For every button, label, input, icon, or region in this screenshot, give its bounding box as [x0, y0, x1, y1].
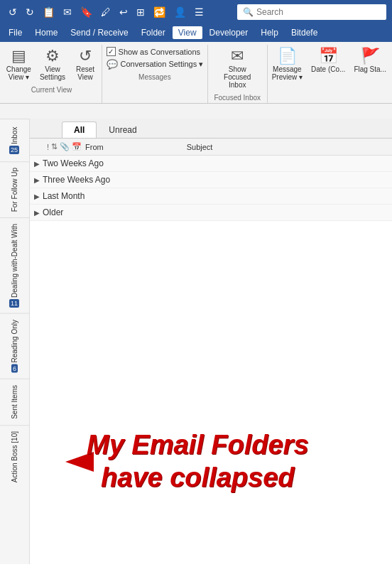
tab-all[interactable]: All	[62, 121, 97, 138]
annotation-text: My Email Folders have collapsed	[87, 430, 309, 494]
message-preview-button[interactable]: 📄 MessagePreview ▾	[269, 46, 305, 83]
ribbon-group-current-view: ▤ ChangeView ▾ ⚙ ViewSettings ↺ ResetVie…	[1, 45, 102, 103]
flag-label: Flag Sta...	[354, 65, 386, 73]
sidebar-item-sent[interactable]: Sent Items	[0, 379, 29, 425]
search-box[interactable]: 🔍	[237, 4, 386, 20]
follow-up-label: For Follow Up	[11, 168, 18, 212]
show-as-conversations-button[interactable]: ✓ Show as Conversations	[104, 46, 206, 57]
annotation-line2: have collapsed	[101, 463, 294, 492]
sidebar-item-inbox[interactable]: 25 Inbox	[0, 119, 29, 161]
older-label: Older	[43, 207, 63, 217]
date-icon: 📅	[319, 48, 338, 64]
current-view-group-label: Current View	[31, 86, 72, 95]
flag-status-button[interactable]: 🚩 Flag Sta...	[351, 46, 389, 75]
expand-three-weeks-icon[interactable]: ▶	[31, 176, 43, 184]
email-group-last-month[interactable]: ▶ Last Month	[30, 188, 392, 205]
sent-label: Sent Items	[11, 385, 18, 419]
dealing-badge: 11	[9, 299, 19, 308]
menu-bar: File Home Send / Receive Folder View Dev…	[0, 23, 392, 42]
tag-icon[interactable]: 🔖	[77, 5, 95, 19]
sync-icon[interactable]: 🔁	[151, 5, 168, 19]
refresh-icon[interactable]: ↺	[6, 5, 20, 19]
column-headers: ! ⇅ 📎 📅 From Subject	[30, 139, 392, 156]
sidebar-item-follow-up[interactable]: For Follow Up	[0, 161, 29, 217]
column-sort-icons: ! ⇅ 📎 📅	[33, 142, 82, 151]
change-view-label: ChangeView ▾	[6, 65, 31, 81]
menu-home[interactable]: Home	[29, 26, 63, 39]
conversation-settings-icon: 💬	[107, 59, 118, 70]
menu-folder[interactable]: Folder	[136, 26, 171, 39]
annotation-area: My Email Folders have collapsed	[30, 360, 392, 565]
expand-last-month-icon[interactable]: ▶	[31, 193, 43, 200]
message-preview-icon: 📄	[278, 48, 297, 64]
pen-icon[interactable]: 🖊	[98, 5, 114, 19]
attachment-icon[interactable]: 📎	[60, 142, 70, 151]
user-icon[interactable]: 👤	[171, 5, 189, 19]
email-group-three-weeks[interactable]: ▶ Three Weeks Ago	[30, 172, 392, 188]
focused-inbox-group-label: Focused Inbox	[214, 94, 261, 103]
view-settings-icon: ⚙	[45, 48, 60, 64]
sidebar-item-dealing[interactable]: 11 Dealing with-Dealt With	[0, 217, 29, 313]
menu-file[interactable]: File	[3, 26, 28, 39]
reset-view-label: ResetView	[76, 65, 94, 81]
messages-group-label: Messages	[138, 73, 171, 82]
sidebar: 25 Inbox For Follow Up 11 Dealing with-D…	[0, 119, 30, 564]
conversation-settings-button[interactable]: 💬 Conversation Settings ▾	[104, 58, 206, 70]
subject-column[interactable]: Subject	[187, 143, 389, 151]
reading-badge: 6	[11, 364, 18, 373]
show-conversations-checkbox[interactable]: ✓	[107, 47, 116, 56]
focused-inbox-label: Show FocusedInbox	[215, 65, 260, 89]
sidebar-item-action-boss[interactable]: Action Boss [10]	[0, 425, 29, 488]
reading-label: Reading Only	[11, 320, 18, 363]
content-area: All Unread ! ⇅ 📎 📅 From Subject ▶ Two We…	[30, 119, 392, 564]
ribbon-group-focused-inbox: ✉ Show FocusedInbox Focused Inbox	[208, 45, 268, 103]
reply-icon[interactable]: ↩	[116, 5, 131, 19]
title-bar-icons: ↺ ↻ 📋 ✉ 🔖 🖊 ↩ ⊞ 🔁 👤 ☰	[6, 5, 207, 19]
grid-icon[interactable]: ⊞	[134, 5, 148, 19]
reset-view-button[interactable]: ↺ ResetView	[71, 46, 99, 83]
menu-bitdefender[interactable]: Bitdefe	[285, 26, 323, 39]
dealing-label: Dealing with-Dealt With	[11, 224, 18, 298]
ribbon: ▤ ChangeView ▾ ⚙ ViewSettings ↺ ResetVie…	[0, 42, 392, 119]
action-boss-label: Action Boss [10]	[11, 431, 18, 482]
menu-send-receive[interactable]: Send / Receive	[65, 26, 134, 39]
email-list: ▶ Two Weeks Ago ▶ Three Weeks Ago ▶ Last…	[30, 156, 392, 360]
importance-icon[interactable]: !	[47, 143, 49, 151]
menu-view[interactable]: View	[173, 26, 202, 39]
last-month-label: Last Month	[43, 191, 85, 201]
show-focused-inbox-button[interactable]: ✉ Show FocusedInbox	[212, 46, 263, 91]
flag-icon: 🚩	[361, 48, 380, 64]
date-label: Date (Co...	[311, 65, 345, 73]
more-icon[interactable]: ☰	[192, 5, 207, 19]
view-settings-button[interactable]: ⚙ ViewSettings	[37, 46, 68, 83]
sort-icon[interactable]: ⇅	[51, 142, 58, 151]
focused-inbox-icon: ✉	[231, 48, 244, 64]
email-group-two-weeks[interactable]: ▶ Two Weeks Ago	[30, 156, 392, 172]
view-settings-label: ViewSettings	[40, 65, 65, 81]
reset-view-icon: ↺	[79, 48, 92, 64]
messages-small-buttons: ✓ Show as Conversations 💬 Conversation S…	[104, 46, 206, 70]
search-icon: 🔍	[243, 7, 254, 17]
search-input[interactable]	[256, 7, 381, 17]
menu-developer[interactable]: Developer	[204, 26, 254, 39]
change-view-icon: ▤	[11, 48, 26, 64]
clipboard-icon[interactable]: 📋	[40, 5, 58, 19]
expand-older-icon[interactable]: ▶	[31, 209, 43, 217]
expand-two-weeks-icon[interactable]: ▶	[31, 160, 43, 168]
conversation-settings-label: Conversation Settings ▾	[121, 60, 204, 69]
tab-strip: All Unread	[30, 119, 392, 139]
redo-icon[interactable]: ↻	[23, 5, 37, 19]
ribbon-group-messages: ✓ Show as Conversations 💬 Conversation S…	[102, 45, 208, 103]
ribbon-buttons-view: ▤ ChangeView ▾ ⚙ ViewSettings ↺ ResetVie…	[4, 46, 99, 83]
mail-icon[interactable]: ✉	[60, 5, 75, 19]
tab-unread[interactable]: Unread	[97, 121, 148, 138]
annotation-line1: My Email Folders	[87, 431, 309, 460]
change-view-button[interactable]: ▤ ChangeView ▾	[4, 46, 34, 83]
email-group-older[interactable]: ▶ Older	[30, 205, 392, 221]
date-sort-icon[interactable]: 📅	[72, 142, 82, 151]
date-column-button[interactable]: 📅 Date (Co...	[308, 46, 348, 75]
from-column[interactable]: From	[82, 143, 187, 151]
show-conversations-label: Show as Conversations	[119, 48, 201, 56]
sidebar-item-reading[interactable]: 6 Reading Only	[0, 313, 29, 379]
menu-help[interactable]: Help	[255, 26, 284, 39]
